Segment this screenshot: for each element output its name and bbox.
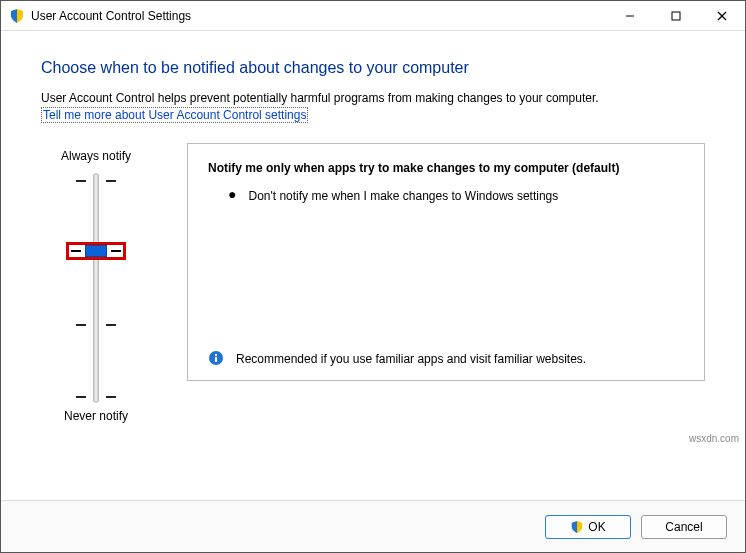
minimize-button[interactable] [607, 1, 653, 31]
recommendation-text: Recommended if you use familiar apps and… [236, 350, 586, 368]
maximize-button[interactable] [653, 1, 699, 31]
dialog-footer: OK Cancel [1, 500, 745, 552]
info-icon [208, 350, 224, 366]
content-area: Choose when to be notified about changes… [1, 31, 745, 500]
notification-slider-column: Always notify [41, 143, 151, 433]
level-title: Notify me only when apps try to make cha… [208, 160, 684, 177]
window-title: User Account Control Settings [31, 9, 191, 23]
titlebar: User Account Control Settings [1, 1, 745, 31]
description-text: User Account Control helps prevent poten… [41, 91, 705, 105]
slider-thumb[interactable] [66, 242, 126, 260]
level-description-panel: Notify me only when apps try to make cha… [187, 143, 705, 381]
uac-settings-window: User Account Control Settings Choose whe… [0, 0, 746, 553]
svg-rect-1 [672, 12, 680, 20]
shield-icon [570, 520, 584, 534]
watermark-text: wsxdn.com [689, 433, 739, 444]
window-controls [607, 1, 745, 31]
ok-button[interactable]: OK [545, 515, 631, 539]
level-bullet: ● Don't notify me when I make changes to… [208, 187, 684, 205]
close-button[interactable] [699, 1, 745, 31]
slider-top-label: Always notify [41, 149, 151, 163]
learn-more-link[interactable]: Tell me more about User Account Control … [41, 107, 308, 123]
bullet-icon: ● [228, 187, 236, 205]
svg-rect-5 [215, 357, 217, 362]
ok-button-label: OK [588, 520, 605, 534]
cancel-button-label: Cancel [665, 520, 702, 534]
notification-slider[interactable] [41, 173, 151, 403]
slider-bottom-label: Never notify [41, 409, 151, 423]
shield-icon [9, 8, 25, 24]
svg-rect-6 [215, 354, 217, 356]
bullet-text: Don't notify me when I make changes to W… [248, 187, 558, 205]
recommendation-row: Recommended if you use familiar apps and… [208, 350, 684, 368]
page-heading: Choose when to be notified about changes… [41, 59, 705, 77]
cancel-button[interactable]: Cancel [641, 515, 727, 539]
